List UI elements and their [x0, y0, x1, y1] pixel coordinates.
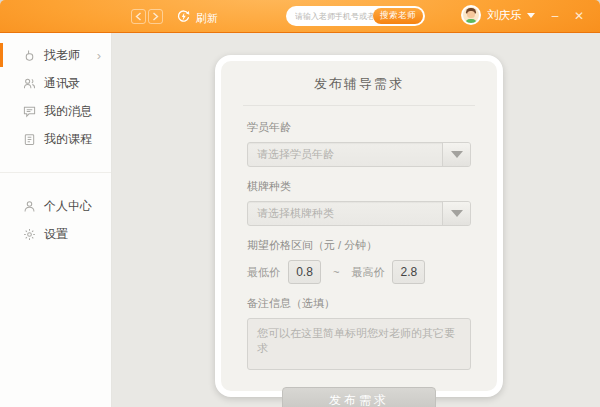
max-price-input[interactable] — [392, 260, 425, 284]
price-range-label: 期望价格区间（元 / 分钟） — [247, 238, 471, 253]
chevron-right-icon — [152, 12, 159, 21]
chevron-left-icon — [135, 12, 142, 21]
card-body: 学员年龄 请选择学员年龄 棋牌种类 请选择棋牌种类 期望价格区间（元 / 分钟）… — [221, 106, 497, 407]
refresh-button[interactable]: 刷新 — [176, 9, 218, 28]
contacts-icon — [22, 76, 36, 90]
app-window: 刷新 搜索老师 刘庆乐 – ✕ 找老师 › — [0, 0, 600, 407]
avatar — [461, 5, 481, 25]
min-price-input[interactable] — [288, 260, 321, 284]
person-icon — [22, 199, 36, 213]
sidebar-gap — [0, 153, 111, 166]
chess-type-label: 棋牌种类 — [247, 179, 471, 194]
username: 刘庆乐 — [487, 8, 522, 23]
sidebar-item-find-teacher[interactable]: 找老师 › — [0, 41, 111, 69]
card-title: 发布辅导需求 — [221, 61, 497, 105]
sidebar: 找老师 › 通讯录 我的消息 — [0, 33, 112, 407]
sidebar-item-label: 设置 — [44, 226, 68, 243]
sidebar-item-label: 我的消息 — [44, 103, 92, 120]
sidebar-item-personal-center[interactable]: 个人中心 — [0, 192, 111, 220]
user-menu[interactable]: 刘庆乐 — [461, 5, 535, 25]
publish-demand-card: 发布辅导需求 学员年龄 请选择学员年龄 棋牌种类 请选择棋牌种类 期望价格区间（… — [215, 55, 503, 397]
min-price-label: 最低价 — [247, 265, 280, 280]
refresh-label: 刷新 — [196, 11, 218, 26]
triangle-down-icon — [451, 151, 463, 158]
search-teacher-button[interactable]: 搜索老师 — [373, 8, 423, 24]
price-range-row: 最低价 ~ 最高价 — [247, 260, 471, 284]
dropdown-arrow-button[interactable] — [442, 143, 470, 166]
student-age-select[interactable]: 请选择学员年龄 — [247, 142, 471, 167]
sidebar-divider — [0, 172, 111, 173]
teacher-search-bar: 搜索老师 — [286, 6, 425, 26]
nav-back-button[interactable] — [131, 9, 146, 24]
max-price-label: 最高价 — [351, 265, 384, 280]
sidebar-item-courses[interactable]: 我的课程 — [0, 125, 111, 153]
refresh-flash-icon — [176, 9, 191, 28]
publish-demand-button[interactable]: 发布需求 — [282, 387, 436, 407]
triangle-down-icon — [451, 210, 463, 217]
chess-type-select[interactable]: 请选择棋牌种类 — [247, 201, 471, 226]
dropdown-arrow-button[interactable] — [442, 202, 470, 225]
student-age-placeholder: 请选择学员年龄 — [248, 143, 442, 166]
gear-icon — [22, 227, 36, 241]
chevron-right-icon: › — [97, 48, 101, 63]
sidebar-item-messages[interactable]: 我的消息 — [0, 97, 111, 125]
sidebar-gap — [0, 179, 111, 192]
chevron-down-icon — [527, 13, 535, 18]
hand-find-teacher-icon — [22, 48, 36, 62]
sidebar-item-label: 通讯录 — [44, 75, 80, 92]
nav-forward-button[interactable] — [148, 9, 163, 24]
sidebar-item-label: 个人中心 — [44, 198, 92, 215]
titlebar: 刷新 搜索老师 刘庆乐 – ✕ — [0, 0, 600, 33]
chess-type-placeholder: 请选择棋牌种类 — [248, 202, 442, 225]
sidebar-item-label: 找老师 — [44, 47, 80, 64]
course-book-icon — [22, 132, 36, 146]
sidebar-item-label: 我的课程 — [44, 131, 92, 148]
remark-label: 备注信息（选填） — [247, 296, 471, 311]
sidebar-item-contacts[interactable]: 通讯录 — [0, 69, 111, 97]
close-button[interactable]: ✕ — [570, 8, 588, 24]
remark-textarea[interactable] — [247, 318, 471, 370]
price-separator: ~ — [333, 266, 339, 278]
student-age-label: 学员年龄 — [247, 120, 471, 135]
minimize-button[interactable]: – — [546, 8, 564, 24]
search-input[interactable] — [295, 12, 373, 21]
message-icon — [22, 104, 36, 118]
sidebar-item-settings[interactable]: 设置 — [0, 220, 111, 248]
